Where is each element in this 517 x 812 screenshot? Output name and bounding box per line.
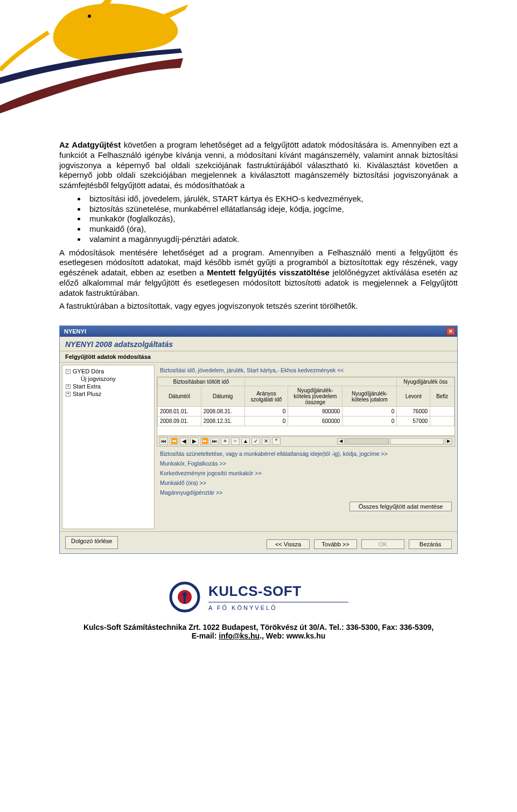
app-title: NYENYI [64,328,86,335]
tree-label: Start Plusz [73,391,101,397]
save-all-button[interactable]: Összes felgyűjtött adat mentése [350,502,452,511]
svg-point-3 [183,592,187,596]
section-toggle-munkakor[interactable]: Munkakör, Foglalkozás >> [160,459,452,468]
tree-item[interactable]: Új jogviszony [81,375,151,383]
document-footer: KULCS-SOFT A FŐ KÖNYVELŐ Kulcs-Soft Szám… [0,559,517,651]
section-toggle-szunet[interactable]: Biztosítás szüneteltetése, vagy a munkab… [160,449,452,459]
col-header[interactable]: Nyugdíjjárulék-köteles jövedelem összege [288,386,343,407]
nav-prev-page-icon[interactable]: ⏪ [170,438,178,445]
back-button[interactable]: << Vissza [267,539,310,549]
nav-prev-icon[interactable]: ◀ [180,438,188,445]
bullet-item: biztosítási idő, jövedelem, járulék, STA… [86,194,458,204]
nav-last-icon[interactable]: ⏭ [211,438,219,445]
tree-label: GYED Dóra [73,368,104,374]
col-header[interactable]: Dátumtól [158,386,201,407]
expand-icon[interactable]: + [66,384,71,389]
col-header[interactable]: Arányos szolgálati idő [244,386,288,407]
bullet-item: munkakör (foglalkozás), [86,214,458,224]
scroll-right-icon[interactable]: ▶ [445,438,452,445]
section-toggle-korkedv[interactable]: Korkedvezményre jogosító munkakör >> [160,468,452,478]
delete-worker-button[interactable]: Dolgozó törlése [65,536,118,549]
footer-email-link[interactable]: info@ks.hu [219,631,260,640]
tree-item[interactable]: + Start Extra [66,383,151,390]
close-icon[interactable]: ✕ [446,328,455,335]
kulcs-soft-logo-icon [169,581,201,613]
col-header[interactable]: Nyugdíjjárulék-köteles jutalom [343,386,397,407]
nav-edit-icon[interactable]: ▲ [241,438,250,445]
col-group: Biztosításban töltött idő [158,378,245,386]
p1-lead: Az Adatgyűjtést [59,140,121,149]
nav-post-icon[interactable]: ✓ [251,438,260,445]
grid-navigator: ⏮ ⏪ ◀ ▶ ⏩ ⏭ + − ▲ ✓ ✕ * ◀ [157,436,455,446]
col-group [244,378,397,386]
ok-button[interactable]: OK [361,539,404,549]
col-header[interactable]: Levont [397,386,430,407]
nav-add-icon[interactable]: + [221,438,229,445]
nav-first-icon[interactable]: ⏮ [159,438,168,445]
col-header[interactable]: Dátumig [201,386,244,407]
col-group: Nyugdíjjárulék öss [397,378,455,386]
nav-refresh-icon[interactable]: * [272,438,281,445]
paragraph-2: A módosítások mentésére lehetőséget ad a… [59,248,458,299]
nav-next-page-icon[interactable]: ⏩ [200,438,209,445]
nav-remove-icon[interactable]: − [231,438,240,445]
bullet-item: valamint a magánnyugdíj-pénztári adatok. [86,234,458,245]
table-row[interactable]: 2008.01.01. 2008.08.31. 0 800000 0 76000 [158,407,455,417]
footer-contact: E-mail: info@ks.hu., Web: www.ks.hu [32,631,485,640]
app-window: NYENYI ✕ NYENYI 2008 adatszolgáltatás Fe… [59,325,458,554]
nav-cancel-icon[interactable]: ✕ [262,438,270,445]
next-button[interactable]: Tovább >> [314,539,357,549]
svg-point-0 [88,15,91,18]
footer-address: Kulcs-Soft Számítástechnika Zrt. 1022 Bu… [32,623,485,631]
app-titlebar: NYENYI ✕ [60,326,457,337]
app-subtitle: NYENYI 2008 adatszolgáltatás [60,337,457,351]
document-body: Az Adatgyűjtést követően a program lehet… [0,119,517,320]
nav-next-icon[interactable]: ▶ [190,438,199,445]
logo-title: KULCS-SOFT [208,583,348,600]
logo-subtitle: A FŐ KÖNYVELŐ [208,605,348,611]
tree-label: Új jogviszony [81,376,116,382]
paragraph-3: A fastruktúrában a biztosítottak, vagy e… [59,301,458,311]
section-toggle-maganyug[interactable]: Magánnyugdíjpénztár >> [160,488,452,497]
close-button[interactable]: Bezárás [409,539,452,549]
bullet-item: biztosítás szünetelése, munkabérrel ellá… [86,204,458,214]
col-header[interactable]: Befiz [430,386,455,407]
tree-item[interactable]: + Start Plusz [66,390,151,398]
section-toggle-munkaido[interactable]: Munkaidő (óra) >> [160,478,452,488]
app-section-label: Felgyűjtött adatok módosítása [60,351,457,363]
paragraph-1: Az Adatgyűjtést követően a program lehet… [59,140,458,191]
bullet-list: biztosítási idő, jövedelem, járulék, STA… [59,194,458,245]
tree-item[interactable]: − GYED Dóra [66,367,151,375]
bullet-item: munkaidő (óra), [86,224,458,234]
scroll-left-icon[interactable]: ◀ [337,438,345,445]
collapse-icon[interactable]: − [66,369,71,374]
table-row[interactable]: 2008.09.01. 2008.12.31. 0 600000 0 57000 [158,417,455,426]
tree-pane[interactable]: − GYED Dóra Új jogviszony + Start Extra … [62,365,155,529]
header-decorative-swoosh [0,0,517,119]
horizontal-scrollbar[interactable]: ◀ ▶ [337,438,452,445]
tree-label: Start Extra [73,383,101,390]
section-toggle-biztositasi[interactable]: Biztosítási idő, jövedelem, járulék, Sta… [157,365,455,377]
data-grid[interactable]: Biztosításban töltött idő Nyugdíjjárulék… [157,377,455,447]
expand-icon[interactable]: + [66,392,71,397]
